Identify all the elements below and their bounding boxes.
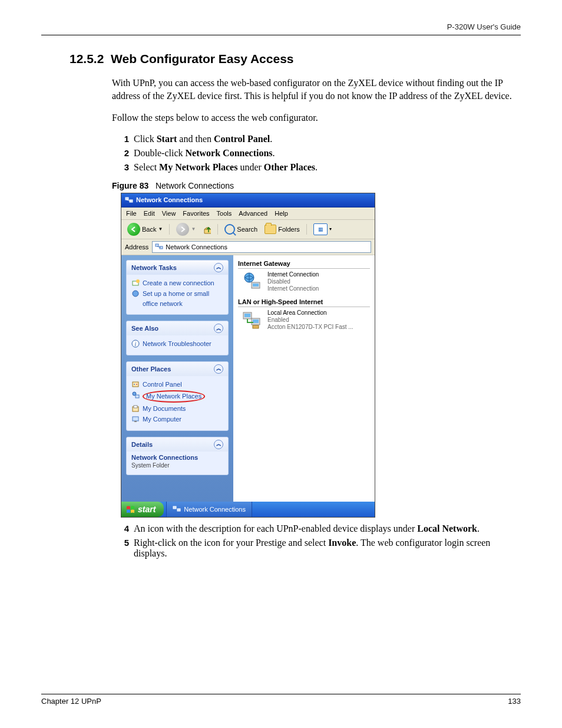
address-label: Address <box>125 243 148 251</box>
windows-flag-icon <box>126 505 135 514</box>
local-area-connection-item[interactable]: Local Area Connection Enabled Accton EN1… <box>242 309 370 331</box>
menu-file[interactable]: File <box>126 210 137 217</box>
step-text: Right-click on the icon for your Prestig… <box>134 538 521 559</box>
network-connections-icon <box>125 196 133 204</box>
control-panel-link[interactable]: Control Panel <box>131 380 223 390</box>
svg-point-7 <box>136 279 140 283</box>
collapse-icon[interactable]: ︽ <box>214 364 223 374</box>
svg-rect-19 <box>134 421 137 422</box>
back-button[interactable]: Back ▼ <box>125 222 165 237</box>
views-button[interactable]: ▦ ▾ <box>311 222 334 236</box>
page-footer: Chapter 12 UPnP 133 <box>41 694 521 706</box>
control-panel-icon <box>131 380 140 388</box>
network-places-icon <box>131 391 140 399</box>
step-number: 3 <box>121 162 129 173</box>
details-header[interactable]: Details ︽ <box>127 437 228 452</box>
conn-device: Internet Connection <box>267 285 319 292</box>
network-tasks-box: Network Tasks ︽ Create a new connection … <box>126 260 229 315</box>
info-icon: i <box>131 340 140 348</box>
svg-rect-0 <box>125 197 128 200</box>
other-places-header[interactable]: Other Places ︽ <box>127 362 228 376</box>
highlight-circle: My Network Places <box>143 390 205 403</box>
svg-rect-29 <box>177 509 180 511</box>
window-titlebar[interactable]: Network Connections <box>121 193 375 207</box>
step-row: 1 Click Start and then Control Panel. <box>121 134 521 144</box>
forward-button[interactable]: ▼ <box>174 222 198 237</box>
search-icon <box>224 224 235 235</box>
conn-status: Disabled <box>267 278 319 285</box>
step-text: Select My Network Places under Other Pla… <box>134 162 318 173</box>
lan-connection-icon <box>242 309 263 331</box>
documents-icon <box>131 404 140 413</box>
address-input[interactable]: Network Connections <box>152 241 371 253</box>
svg-text:i: i <box>135 341 137 347</box>
taskbar-task[interactable]: Network Connections <box>166 502 252 517</box>
steps-list-top: 1 Click Start and then Control Panel. 2 … <box>121 134 521 173</box>
taskbar-task-label: Network Connections <box>184 506 246 513</box>
collapse-icon[interactable]: ︽ <box>214 440 223 449</box>
network-connections-icon <box>155 243 163 251</box>
back-label: Back <box>142 226 156 233</box>
menu-help[interactable]: Help <box>275 210 288 217</box>
setup-network-link[interactable]: Set up a home or small office network <box>131 289 223 308</box>
section-paragraph-2: Follow the steps below to access the web… <box>112 111 521 124</box>
create-connection-link[interactable]: Create a new connection <box>131 278 223 288</box>
section-number: 12.5.2 <box>70 52 104 65</box>
address-value: Network Connections <box>166 243 227 251</box>
step-number: 4 <box>121 523 129 534</box>
forward-dropdown-icon: ▼ <box>191 226 196 232</box>
my-network-places-link[interactable]: My Network Places <box>131 390 223 403</box>
svg-rect-17 <box>134 406 137 408</box>
menubar: File Edit View Favorites Tools Advanced … <box>121 207 375 220</box>
views-icon: ▦ <box>313 223 328 235</box>
up-button[interactable] <box>200 223 213 236</box>
figure-caption: Figure 83 Network Connections <box>112 181 521 190</box>
svg-point-13 <box>136 384 137 385</box>
taskbar: start Network Connections <box>121 502 375 517</box>
my-documents-link[interactable]: My Documents <box>131 404 223 414</box>
header-guide-title: P-320W User's Guide <box>41 22 521 35</box>
internet-connection-item[interactable]: Internet Connection Disabled Internet Co… <box>242 271 370 292</box>
steps-list-bottom: 4 An icon with the description for each … <box>121 523 521 559</box>
menu-view[interactable]: View <box>162 210 176 217</box>
collapse-icon[interactable]: ︽ <box>214 324 223 333</box>
svg-rect-11 <box>133 382 138 387</box>
svg-rect-15 <box>135 395 139 398</box>
toolbar: Back ▼ ▼ Search Folders ▦ ▾ <box>121 220 375 239</box>
menu-edit[interactable]: Edit <box>144 210 155 217</box>
step-number: 2 <box>121 148 129 159</box>
conn-device: Accton EN1207D-TX PCI Fast ... <box>267 324 353 331</box>
menu-advanced[interactable]: Advanced <box>239 210 267 217</box>
conn-name: Local Area Connection <box>267 309 353 317</box>
other-places-title: Other Places <box>131 365 171 373</box>
menu-tools[interactable]: Tools <box>217 210 232 217</box>
section-heading: 12.5.2 Web Configurator Easy Access <box>70 52 521 66</box>
window-title: Network Connections <box>136 196 203 203</box>
network-tasks-header[interactable]: Network Tasks ︽ <box>127 261 228 275</box>
my-computer-link[interactable]: My Computer <box>131 414 223 424</box>
header-divider <box>41 35 521 35</box>
start-label: start <box>138 505 156 514</box>
network-tasks-title: Network Tasks <box>131 264 177 271</box>
content-pane: Internet Gateway Internet Connection Dis… <box>233 255 375 502</box>
search-button[interactable]: Search <box>222 223 260 236</box>
search-label: Search <box>237 226 257 233</box>
toolbar-separator <box>217 224 218 235</box>
troubleshooter-link[interactable]: i Network Troubleshooter <box>131 339 223 349</box>
details-title: Details <box>131 441 153 448</box>
folders-button[interactable]: Folders <box>262 223 302 235</box>
network-connections-icon <box>173 505 181 514</box>
toolbar-separator <box>306 224 307 235</box>
step-row: 2 Double-click Network Connections. <box>121 148 521 159</box>
start-button[interactable]: start <box>121 502 164 517</box>
step-row: 5 Right-click on the icon for your Prest… <box>121 538 521 559</box>
step-number: 5 <box>121 538 129 559</box>
step-text: Click Start and then Control Panel. <box>134 134 272 144</box>
collapse-icon[interactable]: ︽ <box>214 263 223 272</box>
footer-page-number: 133 <box>508 697 521 706</box>
footer-divider <box>41 694 521 694</box>
menu-favorites[interactable]: Favorites <box>183 210 209 217</box>
computer-icon <box>131 415 140 423</box>
see-also-header[interactable]: See Also ︽ <box>127 321 228 335</box>
folders-label: Folders <box>278 226 300 233</box>
